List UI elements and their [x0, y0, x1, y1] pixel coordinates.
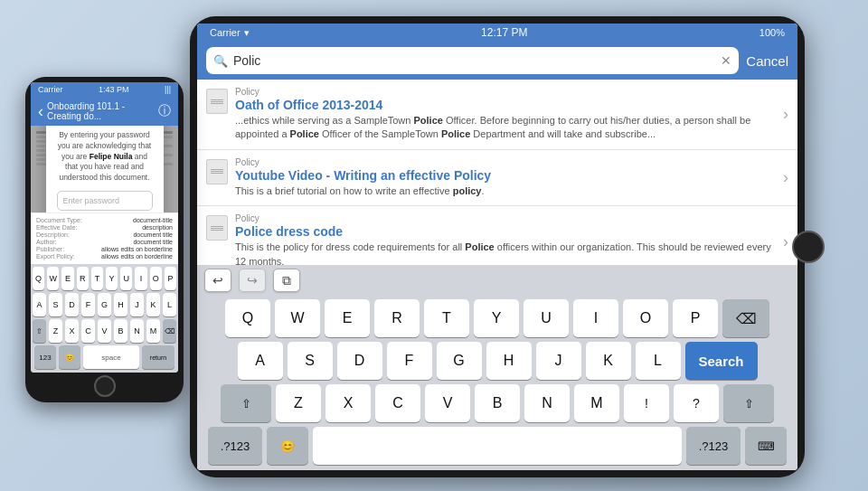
- keyboard-toolbar: ↩ ↪ ⧉: [197, 265, 797, 296]
- phone-key-Z[interactable]: Z: [49, 319, 62, 343]
- phone-key-V[interactable]: V: [98, 319, 111, 343]
- key-H[interactable]: H: [486, 342, 532, 380]
- key-T[interactable]: T: [424, 299, 469, 337]
- search-cancel-button[interactable]: Cancel: [746, 53, 788, 69]
- phone-content: Document Signature By entering your pass…: [31, 126, 178, 212]
- phone-key-T[interactable]: T: [91, 267, 103, 290]
- phone-key-E[interactable]: E: [61, 267, 73, 290]
- key-X[interactable]: X: [326, 384, 371, 422]
- key-V[interactable]: V: [425, 384, 470, 422]
- result-title-2: Youtube Video - Writing an effective Pol…: [235, 168, 776, 183]
- phone-home-button[interactable]: [94, 375, 116, 397]
- phone-key-I[interactable]: I: [135, 267, 146, 290]
- tablet-search-input[interactable]: 🔍 Polic ✕: [206, 47, 739, 74]
- key-D[interactable]: D: [337, 342, 382, 380]
- result-item-3[interactable]: Policy Police dress code This is the pol…: [197, 206, 797, 265]
- phone-emoji-key[interactable]: 😊: [59, 345, 80, 369]
- key-question[interactable]: ?: [674, 384, 719, 422]
- tablet-device: Carrier ▾ 12:17 PM 100% 🔍 Polic ✕ Cancel: [190, 16, 805, 477]
- result-item-2[interactable]: Policy Youtube Video - Writing an effect…: [197, 150, 797, 206]
- phone-backspace-key[interactable]: ⌫: [163, 319, 176, 343]
- emoji-key[interactable]: 😊: [267, 427, 308, 465]
- shift-right-key[interactable]: ⇧: [723, 384, 774, 422]
- key-A[interactable]: A: [238, 342, 283, 380]
- key-P[interactable]: P: [673, 299, 718, 337]
- search-key[interactable]: Search: [685, 342, 758, 380]
- key-Z[interactable]: Z: [276, 384, 321, 422]
- numbers-key-right[interactable]: .?123: [686, 427, 741, 465]
- key-B[interactable]: B: [475, 384, 520, 422]
- phone-key-N[interactable]: N: [130, 319, 144, 343]
- redo-button[interactable]: ↪: [239, 269, 266, 292]
- phone-key-Q[interactable]: Q: [33, 267, 44, 290]
- meta-row-3: Description: document title: [36, 231, 173, 238]
- phone-shift-key[interactable]: ⇧: [33, 319, 46, 343]
- document-icon-2: [206, 159, 228, 184]
- search-icon: 🔍: [213, 54, 228, 68]
- phone-numbers-key[interactable]: 123: [34, 345, 56, 369]
- info-button[interactable]: ⓘ: [158, 103, 171, 119]
- phone-key-U[interactable]: U: [120, 267, 132, 290]
- phone-key-S[interactable]: S: [49, 293, 62, 316]
- key-N[interactable]: N: [524, 384, 570, 422]
- phone-key-A[interactable]: A: [33, 293, 46, 316]
- key-Y[interactable]: Y: [474, 299, 519, 337]
- space-key[interactable]: [313, 427, 682, 465]
- signature-modal: Document Signature By entering your pass…: [46, 126, 164, 212]
- key-E[interactable]: E: [325, 299, 370, 337]
- phone-key-B[interactable]: B: [114, 319, 127, 343]
- phone-key-K[interactable]: K: [146, 293, 160, 316]
- key-J[interactable]: J: [536, 342, 581, 380]
- undo-button[interactable]: ↩: [204, 269, 231, 292]
- phone-key-O[interactable]: O: [150, 267, 162, 290]
- back-button[interactable]: ‹: [38, 102, 43, 121]
- key-C[interactable]: C: [375, 384, 420, 422]
- password-input[interactable]: Enter password: [57, 191, 153, 211]
- phone-key-X[interactable]: X: [65, 319, 79, 343]
- phone-kb-row-3: ⇧ Z X C V B N M ⌫: [33, 319, 176, 343]
- tablet-home-button[interactable]: [792, 231, 825, 263]
- key-exclaim[interactable]: !: [624, 384, 669, 422]
- key-L[interactable]: L: [636, 342, 681, 380]
- key-K[interactable]: K: [586, 342, 631, 380]
- modal-body: By entering your password you are acknow…: [57, 130, 153, 184]
- meta-value-4: document title: [133, 239, 173, 245]
- phone-key-R[interactable]: R: [77, 267, 89, 290]
- meta-label-5: Publisher:: [36, 246, 64, 252]
- phone-key-F[interactable]: F: [81, 293, 95, 316]
- key-R[interactable]: R: [374, 299, 420, 337]
- phone-key-G[interactable]: G: [98, 293, 111, 316]
- paste-button[interactable]: ⧉: [273, 269, 300, 292]
- phone-return-key[interactable]: return: [142, 345, 175, 369]
- phone-nav: ‹ Onboarding 101.1 - Creating do... ⓘ: [31, 97, 178, 126]
- keyboard-dismiss-key[interactable]: ⌨: [745, 427, 787, 465]
- key-G[interactable]: G: [437, 342, 482, 380]
- result-item-1[interactable]: Policy Oath of Office 2013-2014 ...ethic…: [197, 80, 797, 150]
- shift-left-key[interactable]: ⇧: [221, 384, 271, 422]
- phone-key-P[interactable]: P: [165, 267, 176, 290]
- search-clear-icon[interactable]: ✕: [721, 53, 731, 68]
- numbers-key[interactable]: .?123: [208, 427, 262, 465]
- phone-key-D[interactable]: D: [65, 293, 79, 316]
- key-Q[interactable]: Q: [225, 299, 270, 337]
- tablet-status-bar: Carrier ▾ 12:17 PM 100%: [197, 24, 797, 42]
- key-O[interactable]: O: [623, 299, 668, 337]
- phone-key-L[interactable]: L: [163, 293, 176, 316]
- phone-key-H[interactable]: H: [114, 293, 127, 316]
- phone-key-W[interactable]: W: [47, 267, 59, 290]
- meta-label-3: Description:: [36, 231, 70, 238]
- key-W[interactable]: W: [275, 299, 320, 337]
- phone-space-key[interactable]: space: [83, 345, 139, 369]
- meta-label-2: Effective Date:: [36, 224, 77, 231]
- phone-key-C[interactable]: C: [81, 319, 95, 343]
- phone-key-Y[interactable]: Y: [106, 267, 118, 290]
- key-S[interactable]: S: [288, 342, 333, 380]
- key-U[interactable]: U: [524, 299, 569, 337]
- key-M[interactable]: M: [574, 384, 619, 422]
- backspace-key[interactable]: ⌫: [722, 299, 769, 337]
- key-I[interactable]: I: [573, 299, 618, 337]
- phone-key-M[interactable]: M: [146, 319, 160, 343]
- phone-key-J[interactable]: J: [130, 293, 144, 316]
- key-F[interactable]: F: [387, 342, 432, 380]
- result-snippet-2: This is a brief tutorial on how to write…: [235, 184, 776, 198]
